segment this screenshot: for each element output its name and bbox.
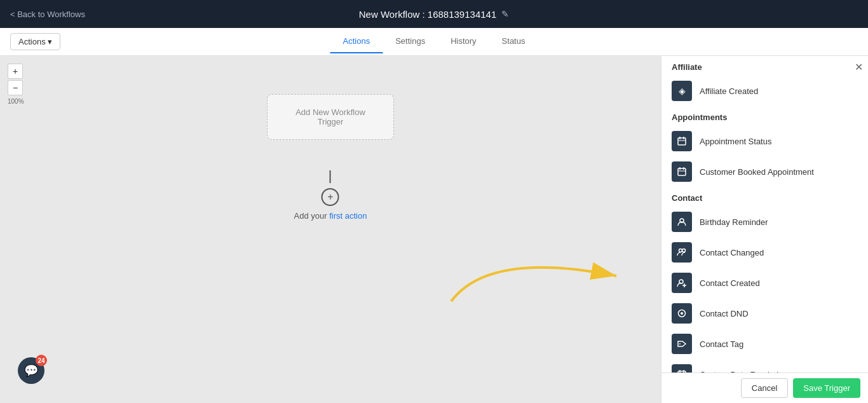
- svg-point-16: [681, 312, 683, 315]
- affiliate-created-label: Affiliate Created: [700, 86, 758, 96]
- tab-history[interactable]: History: [438, 30, 489, 53]
- trigger-item-contact-created[interactable]: Contact Created: [661, 268, 868, 298]
- connector-line: [330, 170, 331, 183]
- customer-booked-icon: [672, 161, 692, 182]
- chat-icon: 💬: [24, 364, 38, 378]
- trigger-item-appointment-status[interactable]: Appointment Status: [661, 126, 868, 156]
- customer-booked-label: Customer Booked Appointment: [700, 167, 814, 177]
- appointment-status-label: Appointment Status: [700, 137, 771, 146]
- panel-scroll-area: Affiliate ◈ Affiliate Created Appointmen…: [661, 56, 868, 403]
- first-action-link[interactable]: first action: [329, 211, 367, 221]
- contact-created-icon: [672, 273, 692, 293]
- trigger-item-customer-booked[interactable]: Customer Booked Appointment: [661, 156, 868, 187]
- zoom-in-button[interactable]: +: [8, 64, 23, 79]
- svg-point-18: [679, 343, 681, 345]
- svg-rect-5: [678, 168, 686, 175]
- panel-collapse-button[interactable]: ✕: [855, 61, 863, 73]
- trigger-item-birthday-reminder[interactable]: Birthday Reminder: [661, 207, 868, 237]
- contact-changed-icon: [672, 242, 692, 263]
- section-affiliate: Affiliate: [661, 56, 868, 76]
- trigger-box[interactable]: Add New Workflow Trigger: [267, 94, 394, 140]
- contact-dnd-icon: [672, 303, 692, 324]
- svg-point-11: [682, 249, 686, 252]
- add-action-text: Add your first action: [294, 211, 367, 221]
- canvas-controls: + − 100%: [8, 64, 24, 105]
- canvas-area: + − 100% Add New Workflow Trigger + Add …: [0, 56, 661, 403]
- right-panel: Affiliate ◈ Affiliate Created Appointmen…: [661, 56, 868, 403]
- affiliate-created-icon: ◈: [672, 81, 692, 101]
- tab-group: Actions Settings History Status: [330, 30, 538, 53]
- section-contact: Contact: [661, 187, 868, 207]
- contact-changed-label: Contact Changed: [700, 248, 764, 257]
- workflow-title: New Workflow : 1688139134141 ✎: [359, 9, 510, 20]
- contact-dnd-label: Contact DND: [700, 309, 749, 318]
- arrow-annotation: [413, 238, 654, 314]
- birthday-reminder-icon: [672, 212, 692, 232]
- section-appointments: Appointments: [661, 106, 868, 126]
- bottom-bar: Cancel Save Trigger: [661, 372, 868, 403]
- appointment-status-icon: [672, 131, 692, 151]
- svg-rect-1: [678, 138, 686, 145]
- top-header: < Back to Workflows New Workflow : 16881…: [0, 0, 868, 28]
- trigger-item-contact-changed[interactable]: Contact Changed: [661, 237, 868, 268]
- sub-header: Actions ▾ Actions Settings History Statu…: [0, 28, 868, 56]
- trigger-item-contact-dnd[interactable]: Contact DND: [661, 298, 868, 329]
- main-layout: + − 100% Add New Workflow Trigger + Add …: [0, 56, 868, 403]
- tab-status[interactable]: Status: [489, 30, 538, 53]
- tab-settings[interactable]: Settings: [383, 30, 438, 53]
- add-action-circle-button[interactable]: +: [322, 188, 339, 206]
- actions-dropdown-button[interactable]: Actions ▾: [10, 33, 60, 50]
- trigger-item-contact-tag[interactable]: Contact Tag: [661, 329, 868, 359]
- tab-actions[interactable]: Actions: [330, 30, 383, 53]
- add-action-container: + Add your first action: [294, 170, 367, 221]
- contact-tag-icon: [672, 334, 692, 354]
- save-trigger-button[interactable]: Save Trigger: [793, 378, 860, 398]
- contact-tag-label: Contact Tag: [700, 339, 743, 349]
- svg-marker-17: [678, 341, 686, 346]
- notification-badge: 24: [36, 355, 47, 366]
- back-to-workflows-link[interactable]: < Back to Workflows: [10, 10, 85, 19]
- zoom-out-button[interactable]: −: [8, 80, 23, 95]
- birthday-reminder-label: Birthday Reminder: [700, 217, 768, 227]
- cancel-button[interactable]: Cancel: [741, 378, 788, 398]
- zoom-level-label: 100%: [8, 98, 24, 105]
- notification-bubble[interactable]: 💬 24: [18, 357, 44, 384]
- contact-created-label: Contact Created: [700, 278, 760, 288]
- edit-title-icon[interactable]: ✎: [501, 9, 509, 19]
- trigger-item-affiliate-created[interactable]: ◈ Affiliate Created: [661, 76, 868, 106]
